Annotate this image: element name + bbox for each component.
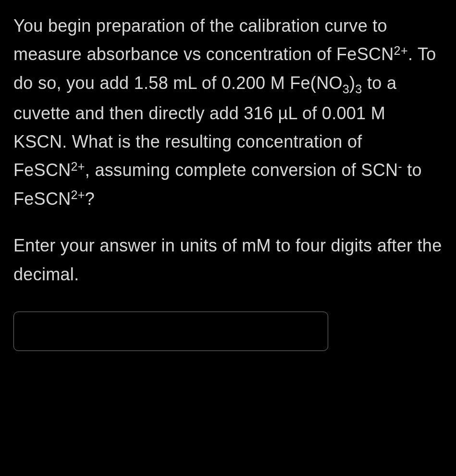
superscript: 2+ (71, 160, 85, 173)
text-segment: You begin preparation of the calibration… (13, 16, 394, 64)
subscript: 3 (343, 82, 349, 96)
superscript: 2+ (71, 188, 85, 201)
text-segment: ) (349, 73, 355, 93)
text-segment: , assuming complete conversion of SCN (85, 160, 398, 180)
superscript: 2+ (394, 44, 408, 57)
question-paragraph-2: Enter your answer in units of mM to four… (13, 231, 443, 288)
text-segment: ? (85, 189, 95, 209)
answer-input[interactable] (13, 312, 328, 351)
question-paragraph-1: You begin preparation of the calibration… (13, 12, 443, 213)
superscript: - (398, 160, 402, 173)
instruction-text: Enter your answer in units of mM to four… (13, 236, 442, 284)
subscript: 3 (355, 82, 362, 96)
